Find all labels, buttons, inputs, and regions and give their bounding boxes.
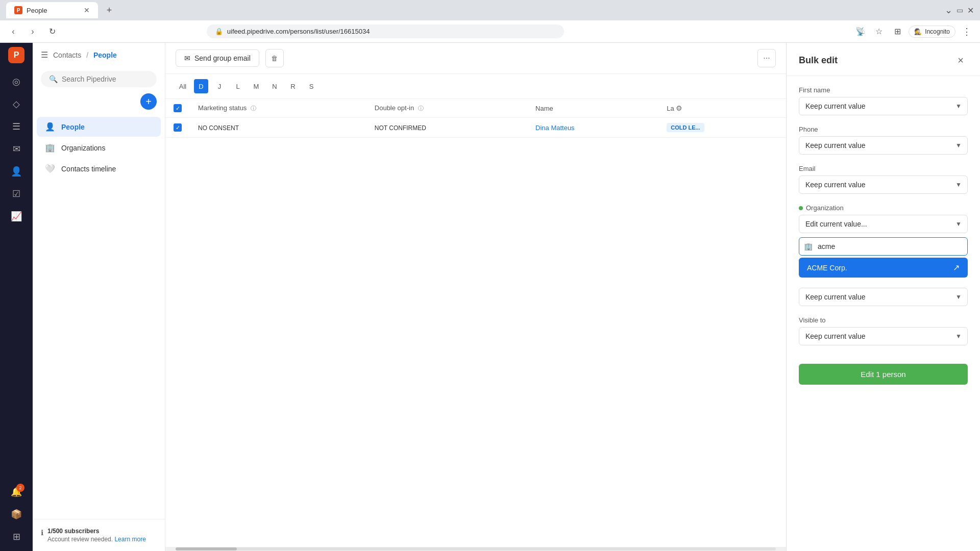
field-group-visible-to: Visible to Keep current value ▼ xyxy=(799,316,968,345)
email-select[interactable]: Keep current value xyxy=(799,176,968,194)
sidebar-item-contacts-timeline-label: Contacts timeline xyxy=(61,165,116,173)
row-checkbox[interactable]: ✓ xyxy=(174,123,182,132)
rail-icon-contacts[interactable]: 👤 xyxy=(6,161,27,182)
organizations-icon: 🏢 xyxy=(45,143,55,153)
header-double-optin: Double opt-in ⓘ xyxy=(366,99,527,118)
close-icon: × xyxy=(958,55,964,66)
left-rail: P ◎ ◇ ☰ ✉ 👤 ☑ 📈 🔔 2 📦 ⊞ xyxy=(0,43,33,551)
forward-button[interactable]: › xyxy=(26,24,40,39)
info-icon: ℹ xyxy=(41,529,43,537)
cast-icon[interactable]: 📡 xyxy=(853,24,868,39)
header-label: La ⚙ xyxy=(658,99,786,118)
below-org-select-wrapper: Keep current value ▼ xyxy=(799,288,968,306)
field-group-first-name: First name Keep current value ▼ xyxy=(799,86,968,115)
subscribers-count-text: 1/500 subscribers xyxy=(47,528,99,535)
contact-name[interactable]: Dina Matteus xyxy=(535,124,575,132)
filter-all[interactable]: All xyxy=(176,79,190,93)
filter-n[interactable]: N xyxy=(267,79,282,93)
rail-icon-reports[interactable]: 📈 xyxy=(6,206,27,227)
extensions-icon[interactable]: ⊞ xyxy=(890,24,904,39)
org-search-input[interactable] xyxy=(799,237,968,256)
rail-icon-products[interactable]: 📦 xyxy=(6,504,27,524)
sidebar-item-people[interactable]: 👤 People xyxy=(37,117,161,137)
email-select-wrapper: Keep current value ▼ xyxy=(799,176,968,194)
browser-toolbar: ‹ › ↻ 🔒 uifeed.pipedrive.com/persons/lis… xyxy=(0,20,980,43)
incognito-badge: 🕵 Incognito xyxy=(909,26,955,38)
edit-person-button[interactable]: Edit 1 person xyxy=(799,364,968,385)
visible-to-label-text: Visible to xyxy=(799,316,826,324)
learn-more-link[interactable]: Learn more xyxy=(114,536,145,543)
sidebar-menu-icon[interactable]: ☰ xyxy=(41,50,48,60)
marketing-status-info-icon[interactable]: ⓘ xyxy=(251,105,256,111)
delete-button[interactable]: 🗑 xyxy=(265,49,284,67)
table-settings-icon[interactable]: ⚙ xyxy=(676,104,682,112)
sidebar-item-organizations[interactable]: 🏢 Organizations xyxy=(37,138,161,158)
field-group-email: Email Keep current value ▼ xyxy=(799,165,968,194)
breadcrumb-contacts[interactable]: Contacts xyxy=(53,51,81,59)
rail-icon-notifications[interactable]: 🔔 2 xyxy=(6,482,27,502)
more-options-button[interactable]: ··· xyxy=(757,49,776,67)
close-window-icon[interactable]: ✕ xyxy=(967,6,974,15)
scrollbar-thumb[interactable] xyxy=(176,547,237,550)
phone-select-wrapper: Keep current value ▼ xyxy=(799,136,968,155)
org-suggestion-item[interactable]: ACME Corp. ↗ xyxy=(799,258,968,278)
filter-m[interactable]: M xyxy=(249,79,263,93)
tab-close-button[interactable]: ✕ xyxy=(84,6,90,14)
search-box[interactable]: 🔍 xyxy=(41,71,157,87)
filter-s[interactable]: S xyxy=(304,79,318,93)
rail-icon-mail[interactable]: ✉ xyxy=(6,139,27,159)
app-logo[interactable]: P xyxy=(8,47,24,63)
organization-label: Organization xyxy=(799,204,968,212)
sidebar-header: ☰ Contacts / People xyxy=(33,43,165,67)
table-scrollbar[interactable] xyxy=(165,547,786,551)
cold-lead-badge: COLD LE... xyxy=(667,123,704,132)
phone-select[interactable]: Keep current value xyxy=(799,136,968,155)
browser-menu-button[interactable]: ⋮ xyxy=(960,24,974,39)
contacts-table-container: ✓ Marketing status ⓘ Double opt-in ⓘ Nam… xyxy=(165,99,786,547)
more-icon: ··· xyxy=(763,54,770,63)
select-all-checkbox[interactable]: ✓ xyxy=(174,104,182,112)
address-text: uifeed.pipedrive.com/persons/list/user/1… xyxy=(227,28,370,35)
first-name-label-text: First name xyxy=(799,86,830,94)
browser-tab[interactable]: P People ✕ xyxy=(6,2,98,18)
add-button[interactable]: + xyxy=(140,93,157,110)
org-suggestion-link-icon[interactable]: ↗ xyxy=(953,263,960,272)
filter-j[interactable]: J xyxy=(212,79,227,93)
below-org-select[interactable]: Keep current value xyxy=(799,288,968,306)
rail-icon-tasks[interactable]: ☑ xyxy=(6,184,27,204)
rail-icon-leads[interactable]: ☰ xyxy=(6,116,27,137)
minimize-icon[interactable]: ⌄ xyxy=(945,5,952,16)
table-row: ✓ NO CONSENT NOT CONFIRMED Dina Matteus xyxy=(165,118,786,138)
subscribers-info: ℹ 1/500 subscribers Account review neede… xyxy=(41,528,157,543)
double-optin-info-icon[interactable]: ⓘ xyxy=(418,105,424,111)
restore-icon[interactable]: ▭ xyxy=(957,6,963,14)
double-optin-value: NOT CONFIRMED xyxy=(375,124,426,132)
search-input[interactable] xyxy=(62,75,151,83)
send-email-label: Send group email xyxy=(194,54,251,62)
first-name-select[interactable]: Keep current value xyxy=(799,97,968,115)
reload-button[interactable]: ↻ xyxy=(45,24,59,39)
organization-select[interactable]: Edit current value... Keep current value xyxy=(799,215,968,233)
filter-bar: All D J L M N R S xyxy=(165,74,786,99)
scrollbar-track xyxy=(176,547,776,550)
address-bar[interactable]: 🔒 uifeed.pipedrive.com/persons/list/user… xyxy=(207,24,564,38)
sidebar: ☰ Contacts / People 🔍 + 👤 People xyxy=(33,43,165,551)
filter-r[interactable]: R xyxy=(286,79,300,93)
bookmark-icon[interactable]: ☆ xyxy=(872,24,886,39)
main-content: ✉ Send group email 🗑 ··· All D J L M N R… xyxy=(165,43,786,551)
app-container: P ◎ ◇ ☰ ✉ 👤 ☑ 📈 🔔 2 📦 ⊞ ☰ Contacts / Peo… xyxy=(0,43,980,551)
back-button[interactable]: ‹ xyxy=(6,24,20,39)
send-group-email-button[interactable]: ✉ Send group email xyxy=(176,49,259,67)
new-tab-button[interactable]: + xyxy=(102,3,116,17)
visible-to-select[interactable]: Keep current value xyxy=(799,327,968,345)
sidebar-item-contacts-timeline[interactable]: 🤍 Contacts timeline xyxy=(37,159,161,179)
filter-d[interactable]: D xyxy=(194,79,208,93)
table-header-row: ✓ Marketing status ⓘ Double opt-in ⓘ Nam… xyxy=(165,99,786,118)
rail-icon-deals[interactable]: ◇ xyxy=(6,94,27,114)
filter-l[interactable]: L xyxy=(231,79,245,93)
breadcrumb-current: People xyxy=(93,51,117,59)
rail-icon-target[interactable]: ◎ xyxy=(6,71,27,92)
rail-icon-apps[interactable]: ⊞ xyxy=(6,527,27,547)
bulk-edit-close-button[interactable]: × xyxy=(953,53,968,67)
visible-to-label: Visible to xyxy=(799,316,968,324)
